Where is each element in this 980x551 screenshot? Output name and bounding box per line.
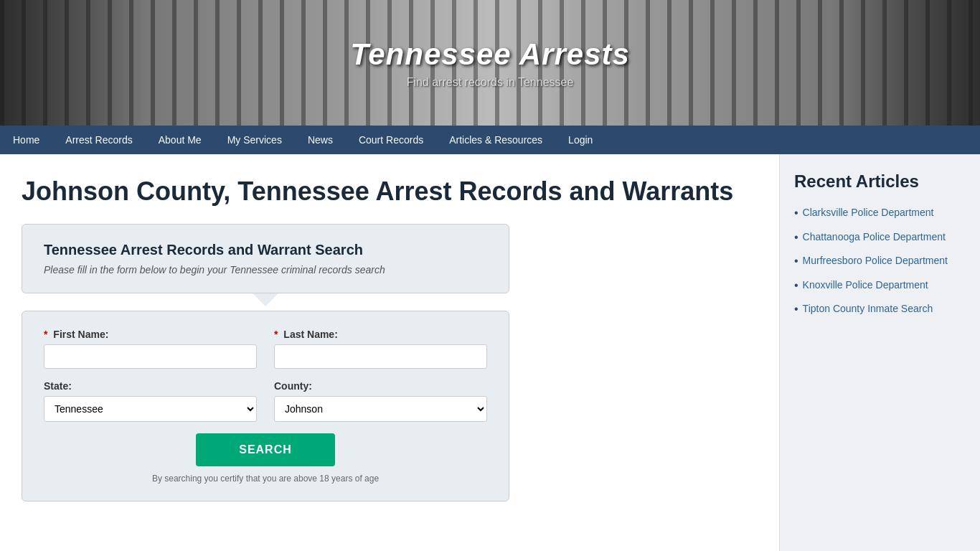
state-label: State: <box>44 380 257 392</box>
nav-item-arrest-records[interactable]: Arrest Records <box>52 126 145 154</box>
nav-item-about-me[interactable]: About Me <box>146 126 215 154</box>
nav-link-services[interactable]: My Services <box>215 126 295 154</box>
main-content: Johnson County, Tennessee Arrest Records… <box>0 154 779 551</box>
page-wrapper: Johnson County, Tennessee Arrest Records… <box>0 154 980 551</box>
nav-item-court-records[interactable]: Court Records <box>346 126 436 154</box>
state-group: State: Tennessee <box>44 380 257 422</box>
nav-item-articles[interactable]: Articles & Resources <box>436 126 555 154</box>
list-item: Tipton County Inmate Search <box>794 302 966 316</box>
article-link-knoxville[interactable]: Knoxville Police Department <box>803 278 928 293</box>
sidebar: Recent Articles Clarksville Police Depar… <box>779 154 980 551</box>
first-name-input[interactable] <box>44 344 257 369</box>
page-title: Johnson County, Tennessee Arrest Records… <box>22 176 758 207</box>
last-name-label: * Last Name: <box>274 329 487 340</box>
last-name-label-text: Last Name: <box>283 329 337 340</box>
last-name-group: * Last Name: <box>274 329 487 369</box>
nav-link-news[interactable]: News <box>295 126 346 154</box>
nav-link-home[interactable]: Home <box>0 126 52 154</box>
state-select[interactable]: Tennessee <box>44 396 257 422</box>
nav-item-news[interactable]: News <box>295 126 346 154</box>
article-link-murfreesboro[interactable]: Murfreesboro Police Department <box>803 254 948 268</box>
arrow-down-icon <box>253 293 278 306</box>
article-link-clarksville[interactable]: Clarksville Police Department <box>803 206 934 220</box>
nav-link-login[interactable]: Login <box>555 126 606 154</box>
main-nav: Home Arrest Records About Me My Services… <box>0 126 980 154</box>
nav-link-about-me[interactable]: About Me <box>146 126 215 154</box>
site-title: Tennessee Arrests <box>350 37 630 72</box>
nav-link-arrest-records[interactable]: Arrest Records <box>52 126 145 154</box>
list-item: Murfreesboro Police Department <box>794 254 966 268</box>
recent-articles-list: Clarksville Police Department Chattanoog… <box>794 206 966 316</box>
first-name-label: * First Name: <box>44 329 257 340</box>
first-name-label-text: First Name: <box>53 329 108 340</box>
list-item: Clarksville Police Department <box>794 206 966 220</box>
nav-item-services[interactable]: My Services <box>215 126 295 154</box>
nav-link-articles[interactable]: Articles & Resources <box>436 126 555 154</box>
header-text-block: Tennessee Arrests Find arrest records in… <box>350 37 630 89</box>
last-name-required-star: * <box>274 329 278 340</box>
search-box-subtitle: Please fill in the form below to begin y… <box>44 264 487 276</box>
nav-link-court-records[interactable]: Court Records <box>346 126 436 154</box>
first-name-required-star: * <box>44 329 47 340</box>
name-row: * First Name: * Last Name: <box>44 329 487 369</box>
county-label: County: <box>274 380 487 392</box>
header-left-shadow <box>0 0 143 126</box>
article-link-chattanooga[interactable]: Chattanooga Police Department <box>803 230 946 245</box>
search-form-container: * First Name: * Last Name: State: <box>22 311 509 501</box>
list-item: Knoxville Police Department <box>794 278 966 293</box>
site-subtitle: Find arrest records in Tennessee <box>350 76 630 89</box>
search-button[interactable]: SEARCH <box>196 433 335 466</box>
search-btn-row: SEARCH <box>44 433 487 466</box>
list-item: Chattanooga Police Department <box>794 230 966 245</box>
search-box-title: Tennessee Arrest Records and Warrant Sea… <box>44 242 487 258</box>
county-group: County: Johnson <box>274 380 487 422</box>
header-banner: Tennessee Arrests Find arrest records in… <box>0 0 980 126</box>
location-row: State: Tennessee County: Johnson <box>44 380 487 422</box>
form-disclaimer: By searching you certify that you are ab… <box>44 474 487 484</box>
first-name-group: * First Name: <box>44 329 257 369</box>
nav-list: Home Arrest Records About Me My Services… <box>0 126 980 154</box>
last-name-input[interactable] <box>274 344 487 369</box>
county-select[interactable]: Johnson <box>274 396 487 422</box>
sidebar-title: Recent Articles <box>794 171 966 192</box>
article-link-tipton[interactable]: Tipton County Inmate Search <box>803 302 933 316</box>
nav-item-home[interactable]: Home <box>0 126 52 154</box>
nav-item-login[interactable]: Login <box>555 126 606 154</box>
search-box-header: Tennessee Arrest Records and Warrant Sea… <box>22 224 509 293</box>
header-right-shadow <box>837 0 980 126</box>
